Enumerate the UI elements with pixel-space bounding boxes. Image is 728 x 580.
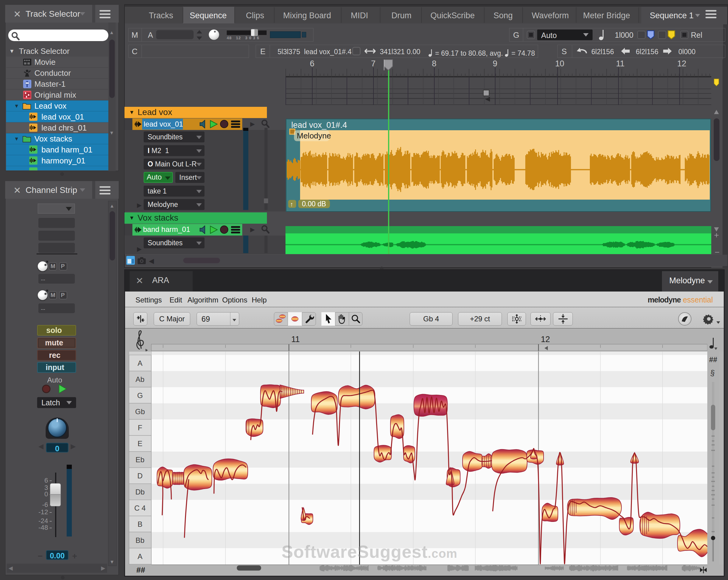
svg-text:Bb: Bb bbox=[135, 536, 144, 545]
svg-text:lead vox_01#.4: lead vox_01#.4 bbox=[291, 121, 347, 130]
svg-text:8: 8 bbox=[432, 59, 437, 68]
svg-text:↑: ↑ bbox=[290, 201, 293, 208]
svg-text:B: B bbox=[137, 520, 142, 528]
svg-text:Eb: Eb bbox=[135, 455, 144, 464]
svg-text:E: E bbox=[137, 440, 142, 448]
svg-text:Ab: Ab bbox=[135, 375, 144, 384]
svg-text:F: F bbox=[138, 424, 142, 432]
svg-text:G: G bbox=[137, 391, 143, 399]
svg-text:9: 9 bbox=[493, 59, 497, 68]
svg-text:Db: Db bbox=[135, 488, 145, 496]
svg-text:D: D bbox=[137, 472, 142, 480]
svg-text:##: ## bbox=[136, 565, 145, 575]
svg-text:A: A bbox=[137, 359, 142, 367]
svg-text:A: A bbox=[137, 552, 142, 560]
svg-text:12: 12 bbox=[677, 59, 686, 68]
svg-text:10: 10 bbox=[555, 59, 564, 68]
svg-text:12: 12 bbox=[541, 335, 550, 344]
svg-text:C 4: C 4 bbox=[134, 504, 146, 512]
svg-text:11: 11 bbox=[291, 335, 300, 344]
svg-text:6: 6 bbox=[310, 59, 314, 68]
svg-text:+: + bbox=[714, 230, 719, 240]
svg-text:Gb: Gb bbox=[135, 407, 145, 416]
svg-text:0.00 dB: 0.00 dB bbox=[302, 200, 326, 208]
svg-text:7: 7 bbox=[371, 59, 375, 68]
svg-text:Melodyne: Melodyne bbox=[297, 131, 331, 140]
svg-text:11: 11 bbox=[616, 59, 625, 68]
svg-text:##: ## bbox=[709, 355, 717, 364]
